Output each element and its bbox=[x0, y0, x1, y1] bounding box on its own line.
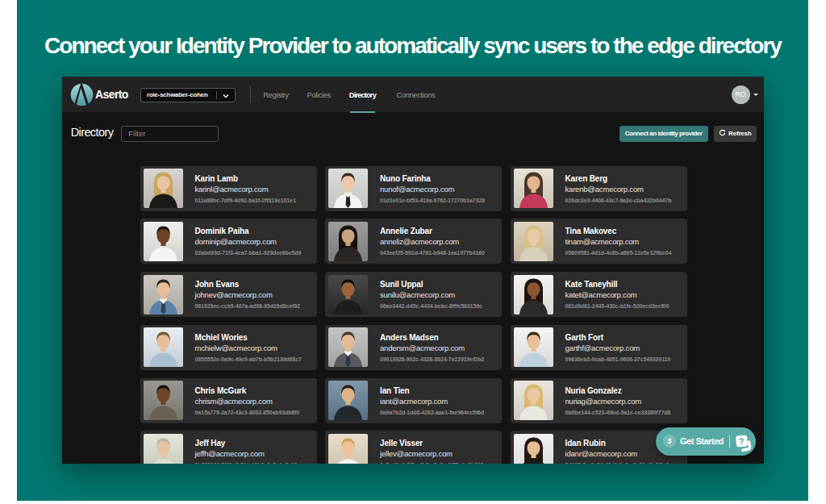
svg-text:?: ? bbox=[738, 436, 745, 446]
